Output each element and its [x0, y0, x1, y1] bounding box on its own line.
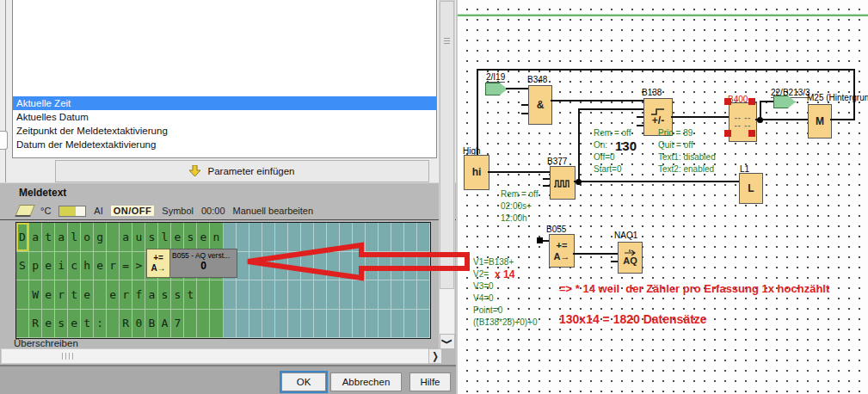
lcd-cell[interactable]: l [158, 223, 171, 252]
lcd-cell[interactable]: r [55, 280, 68, 310]
lcd-cell[interactable]: s [184, 223, 197, 252]
lcd-cell[interactable] [314, 310, 327, 339]
lcd-cell[interactable] [327, 280, 340, 310]
lcd-cell[interactable]: A [158, 310, 171, 339]
lcd-cell[interactable]: t [42, 223, 55, 252]
lcd-cell[interactable]: s [55, 310, 68, 339]
lcd-cell[interactable] [366, 280, 379, 310]
lcd-cell[interactable]: h [81, 252, 94, 281]
lcd-cell[interactable]: r [107, 252, 120, 281]
lcd-cell[interactable] [249, 223, 262, 252]
lcd-cell[interactable] [249, 252, 262, 281]
lcd-cell[interactable]: : [94, 310, 107, 339]
lcd-cell[interactable] [353, 252, 366, 281]
lcd-cell[interactable]: e [42, 280, 55, 310]
lcd-cell[interactable]: e [68, 310, 81, 339]
lcd-cell[interactable] [197, 310, 210, 339]
lcd-cell[interactable] [379, 280, 391, 310]
lcd-cell[interactable]: R [29, 310, 42, 339]
lcd-cell[interactable] [340, 223, 353, 252]
selection-handle[interactable] [748, 130, 755, 137]
lcd-cell[interactable]: > [132, 252, 145, 281]
lcd-cell[interactable]: a [145, 280, 158, 310]
lcd-cell[interactable]: W [29, 280, 42, 310]
lcd-cell[interactable] [314, 280, 327, 310]
block-m25-flag[interactable]: M [808, 104, 832, 139]
horizontal-scrollbar[interactable] [1, 348, 429, 364]
lcd-cell[interactable]: e [107, 280, 120, 310]
lcd-cell[interactable]: a [29, 223, 42, 252]
lcd-cell[interactable]: p [29, 252, 42, 281]
input-connector-flag[interactable] [485, 83, 508, 95]
lcd-cell[interactable] [327, 223, 340, 252]
lcd-cell[interactable] [301, 280, 314, 310]
lcd-cell[interactable] [379, 223, 391, 252]
lcd-cell[interactable] [366, 223, 379, 252]
lcd-cell[interactable] [391, 310, 404, 339]
lcd-cell[interactable] [314, 223, 327, 252]
lcd-cell[interactable] [327, 252, 340, 281]
lcd-cell[interactable] [353, 223, 366, 252]
lcd-cell[interactable] [379, 310, 391, 339]
lcd-cell[interactable] [366, 310, 379, 339]
ai-tool[interactable]: AI [94, 206, 102, 216]
lcd-cell[interactable]: o [81, 223, 94, 252]
lcd-cell[interactable]: s [158, 280, 171, 310]
lcd-cell[interactable] [391, 280, 404, 310]
lcd-cell[interactable] [288, 252, 301, 281]
lcd-cell[interactable] [340, 252, 353, 281]
lcd-cell[interactable] [184, 310, 197, 339]
selection-handle[interactable] [748, 98, 755, 105]
lcd-cell[interactable] [16, 310, 29, 339]
lcd-cell[interactable]: f [132, 280, 145, 310]
lcd-cell[interactable] [417, 223, 430, 252]
lcd-cell[interactable] [327, 310, 340, 339]
lcd-cell[interactable]: 0 [132, 310, 145, 339]
lcd-cell[interactable] [224, 280, 237, 310]
lcd-cell[interactable] [107, 310, 120, 339]
lcd-cell[interactable] [340, 280, 353, 310]
lcd-cell[interactable]: e [42, 252, 55, 281]
selection-handle[interactable] [724, 98, 731, 105]
time-tool[interactable]: 00:00 [201, 206, 225, 216]
scroll-down-button[interactable]: ❯ [440, 334, 455, 349]
scrollbar-grip[interactable] [62, 353, 73, 360]
block-l1-output[interactable]: L [739, 173, 763, 204]
lcd-cell[interactable] [301, 310, 314, 339]
level-meter-icon[interactable] [58, 206, 86, 217]
lcd-cell[interactable] [379, 252, 391, 281]
lcd-cell[interactable]: t [81, 310, 94, 339]
lcd-cell[interactable] [16, 280, 29, 310]
onoff-tool[interactable]: ON/OFF [111, 206, 155, 216]
lcd-cell[interactable] [275, 280, 288, 310]
insert-parameter-button[interactable]: Parameter einfügen [55, 160, 429, 182]
lcd-cell[interactable] [237, 252, 249, 281]
splitter-handle[interactable] [0, 131, 8, 150]
lcd-cell[interactable]: S [16, 252, 29, 281]
cancel-button[interactable]: Abbrechen [330, 372, 402, 391]
lcd-cell[interactable] [210, 280, 223, 310]
lcd-cell[interactable]: e [197, 223, 210, 252]
lcd-cell[interactable]: = [120, 252, 132, 281]
vertical-scrollbar-thumb[interactable] [440, 1, 454, 289]
lcd-cell[interactable]: a [55, 223, 68, 252]
lcd-cell[interactable] [301, 223, 314, 252]
lcd-cell[interactable] [417, 252, 430, 281]
block-naq1-network-aq[interactable]: AQ [618, 242, 643, 274]
help-button[interactable]: Hilfe [409, 372, 451, 391]
lcd-cell[interactable] [210, 310, 223, 339]
lcd-cell[interactable] [262, 223, 275, 252]
lcd-cell[interactable] [366, 252, 379, 281]
lcd-cell[interactable]: l [68, 223, 81, 252]
lcd-cell[interactable]: s [145, 223, 158, 252]
lcd-cell[interactable]: i [55, 252, 68, 281]
lcd-cell[interactable] [237, 310, 249, 339]
lcd-cell[interactable] [237, 223, 249, 252]
lcd-cell[interactable] [262, 310, 275, 339]
block-high-constant[interactable]: hi [464, 155, 489, 190]
lcd-cell[interactable] [107, 223, 120, 252]
lcd-cell[interactable] [353, 280, 366, 310]
symbol-tool[interactable]: Symbol [162, 206, 194, 216]
circuit-diagram-canvas[interactable]: 2/I19 B348 & B138 +/- B400 -- -- -- -- [456, 0, 868, 394]
lcd-cell[interactable] [391, 223, 404, 252]
